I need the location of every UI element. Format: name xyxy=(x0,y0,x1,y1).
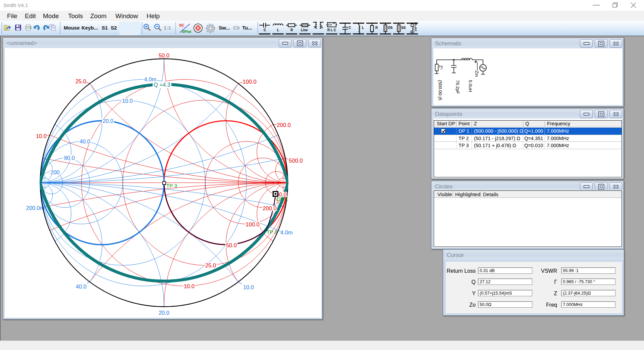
svg-text:(500.00-j5: (500.00-j5 xyxy=(438,80,443,100)
svg-text:Z: Z xyxy=(438,65,443,68)
svg-text:100.0: 100.0 xyxy=(246,221,259,227)
svg-text:10.0: 10.0 xyxy=(184,283,195,289)
svg-text:80.0: 80.0 xyxy=(64,155,75,161)
svg-text:Line: Line xyxy=(301,28,308,32)
svg-text:C: C xyxy=(348,26,351,30)
svg-text:C: C xyxy=(415,28,417,32)
svg-text:TP 3: TP 3 xyxy=(166,183,177,188)
svg-text:20.0: 20.0 xyxy=(103,118,113,124)
svg-text:25.0: 25.0 xyxy=(205,262,216,268)
svg-text:500.0: 500.0 xyxy=(289,158,303,164)
svg-text:OS: OS xyxy=(388,26,393,30)
svg-text:200: 200 xyxy=(50,169,60,175)
svg-text:40.0: 40.0 xyxy=(79,138,90,144)
svg-text:4.0m: 4.0m xyxy=(280,229,293,235)
svg-text:10.0: 10.0 xyxy=(36,133,47,139)
svg-text:Q =4.3: Q =4.3 xyxy=(154,82,170,88)
svg-text:SPlot: SPlot xyxy=(182,30,191,34)
svg-text:5.0uH: 5.0uH xyxy=(468,80,473,92)
svg-text:R L C: R L C xyxy=(327,28,336,32)
svg-text:DP 1: DP 1 xyxy=(277,196,288,202)
svg-text:20.0: 20.0 xyxy=(159,310,169,316)
svg-text:SS: SS xyxy=(401,26,406,30)
svg-text:L: L xyxy=(440,68,443,70)
svg-text:200.0: 200.0 xyxy=(263,205,276,211)
svg-text:L: L xyxy=(277,28,279,32)
svg-text:Zin: Zin xyxy=(474,71,479,77)
svg-text:40.0: 40.0 xyxy=(76,283,87,290)
svg-text:76.2pF: 76.2pF xyxy=(455,80,460,94)
svg-text:L: L xyxy=(362,26,364,30)
svg-text:25.0: 25.0 xyxy=(75,78,86,84)
svg-text:n: n xyxy=(314,25,316,29)
svg-text:100.0: 100.0 xyxy=(243,79,256,85)
svg-text:1: 1 xyxy=(321,25,323,29)
svg-text:50.0: 50.0 xyxy=(159,52,169,58)
svg-text:R: R xyxy=(290,28,293,32)
svg-text:10.0: 10.0 xyxy=(243,284,254,290)
svg-text:C: C xyxy=(264,28,266,32)
svg-text:50.0: 50.0 xyxy=(226,242,237,248)
svg-text:R: R xyxy=(375,26,378,30)
svg-text:SC: SC xyxy=(179,23,184,27)
svg-text:200.0m: 200.0m xyxy=(26,205,44,211)
svg-text:200.0: 200.0 xyxy=(277,122,290,128)
svg-text:10.0: 10.0 xyxy=(122,98,133,104)
svg-text:TP 2: TP 2 xyxy=(267,229,277,235)
